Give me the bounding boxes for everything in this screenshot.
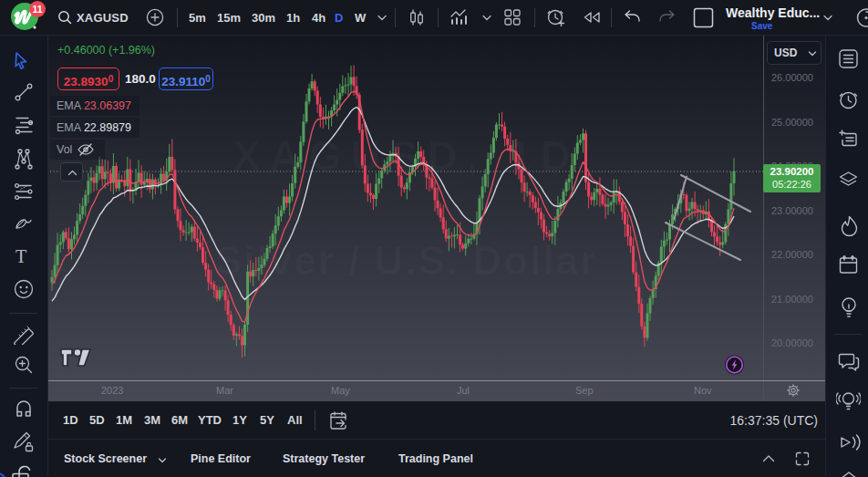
svg-text:11: 11 bbox=[32, 4, 42, 15]
